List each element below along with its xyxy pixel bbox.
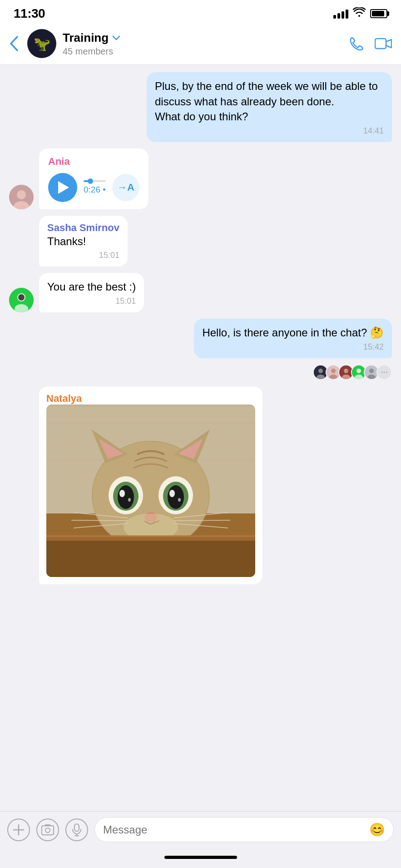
svg-point-18 (356, 369, 361, 373)
svg-line-47 (71, 520, 128, 521)
signal-bar-1 (333, 15, 336, 19)
sender-name: Ania (48, 156, 139, 168)
svg-point-44 (178, 498, 181, 502)
voice-progress: 0:26 • (84, 180, 106, 195)
svg-rect-56 (42, 826, 54, 835)
cat-image (46, 404, 255, 577)
svg-point-9 (318, 369, 323, 373)
voice-message-bubble: Ania 0:26 • →A (39, 148, 149, 209)
progress-bar-track (84, 180, 106, 182)
emoji-button[interactable]: 😊 (369, 822, 385, 837)
message-row: You are the best :) 15:01 (9, 273, 392, 312)
bubble-time: 15:01 (47, 296, 136, 306)
svg-point-43 (169, 490, 175, 497)
svg-point-42 (168, 485, 184, 509)
outgoing-bubble: Plus, by the end of the week we will be … (147, 72, 392, 142)
signal-bars-icon (333, 9, 348, 19)
svg-line-50 (173, 520, 230, 521)
status-time: 11:30 (14, 6, 45, 21)
voice-controls: 0:26 • →A (48, 173, 139, 202)
avatar (9, 185, 34, 209)
svg-point-21 (369, 369, 374, 373)
battery-fill (372, 11, 384, 16)
incoming-bubble: Sasha Smirnov Thanks! 15:01 (39, 216, 128, 267)
svg-point-38 (119, 490, 125, 497)
translate-icon: →A (117, 182, 134, 193)
group-info: Training 45 members (63, 31, 343, 57)
svg-point-7 (18, 294, 25, 301)
bubble-time: 15:42 (202, 342, 384, 352)
call-button[interactable] (349, 36, 365, 51)
outgoing-message-group: Hello, is there anyone in the chat? 🤔 15… (9, 319, 392, 380)
receipt-more: ··· (376, 365, 392, 380)
sender-name: Sasha Smirnov (47, 222, 119, 233)
chat-area: Plus, by the end of the week we will be … (0, 65, 401, 811)
svg-point-37 (118, 485, 134, 509)
svg-rect-26 (46, 423, 255, 424)
wifi-icon (353, 7, 366, 20)
bubble-text: Hello, is there anyone in the chat? 🤔 (202, 325, 384, 340)
home-bar (164, 856, 237, 859)
message-row: Ania 0:26 • →A (9, 148, 392, 209)
group-title: Training (63, 31, 109, 45)
message-row: Natalya (9, 386, 392, 584)
read-receipts: ··· (316, 365, 392, 380)
group-subtitle: 45 members (63, 46, 343, 57)
bubble-time: 14:41 (155, 126, 384, 136)
image-bubble: Natalya (39, 386, 262, 584)
group-avatar-emoji: 🦖 (34, 36, 50, 52)
signal-bar-4 (346, 10, 348, 19)
voice-duration: 0:26 • (84, 185, 106, 195)
group-title-row: Training (63, 31, 343, 45)
dropdown-arrow-icon[interactable] (112, 34, 120, 43)
svg-point-12 (331, 369, 336, 373)
home-indicator (0, 851, 401, 868)
message-input[interactable] (103, 824, 365, 836)
signal-bar-2 (337, 13, 340, 19)
group-avatar: 🦖 (27, 29, 56, 58)
svg-rect-25 (46, 404, 255, 406)
nav-bar: 🦖 Training 45 members (0, 25, 401, 65)
message-row: Plus, by the end of the week we will be … (9, 72, 392, 142)
svg-rect-53 (46, 538, 255, 577)
svg-point-15 (344, 369, 348, 373)
sender-name: Natalya (46, 393, 82, 404)
play-icon (58, 181, 69, 194)
svg-rect-55 (46, 535, 255, 537)
message-input-container: 😊 (94, 817, 394, 842)
mic-button[interactable] (65, 819, 88, 841)
svg-rect-0 (375, 39, 386, 49)
add-button[interactable] (7, 819, 30, 841)
photo-button[interactable] (36, 819, 59, 841)
progress-dot (88, 178, 93, 184)
play-button[interactable] (48, 173, 77, 202)
incoming-bubble: You are the best :) 15:01 (39, 273, 144, 312)
bubble-text: Thanks! (47, 234, 119, 249)
bubble-text: Plus, by the end of the week we will be … (155, 79, 384, 124)
message-row: Hello, is there anyone in the chat? 🤔 15… (194, 319, 392, 358)
bubble-time: 15:01 (47, 251, 119, 260)
battery-icon (370, 9, 387, 18)
bubble-text: You are the best :) (47, 279, 136, 295)
nav-actions (349, 36, 392, 51)
translate-button[interactable]: →A (112, 174, 139, 201)
back-button[interactable] (9, 35, 21, 52)
status-bar: 11:30 (0, 0, 401, 25)
svg-point-2 (17, 190, 26, 199)
status-icons (333, 7, 387, 20)
signal-bar-3 (342, 11, 344, 19)
input-bar: 😊 (0, 811, 401, 851)
outgoing-bubble: Hello, is there anyone in the chat? 🤔 15… (194, 319, 392, 358)
avatar (9, 288, 34, 312)
video-call-button[interactable] (375, 37, 392, 50)
svg-point-39 (128, 498, 131, 502)
svg-rect-58 (74, 824, 79, 831)
svg-point-57 (45, 828, 50, 833)
message-row: Sasha Smirnov Thanks! 15:01 (9, 216, 392, 267)
